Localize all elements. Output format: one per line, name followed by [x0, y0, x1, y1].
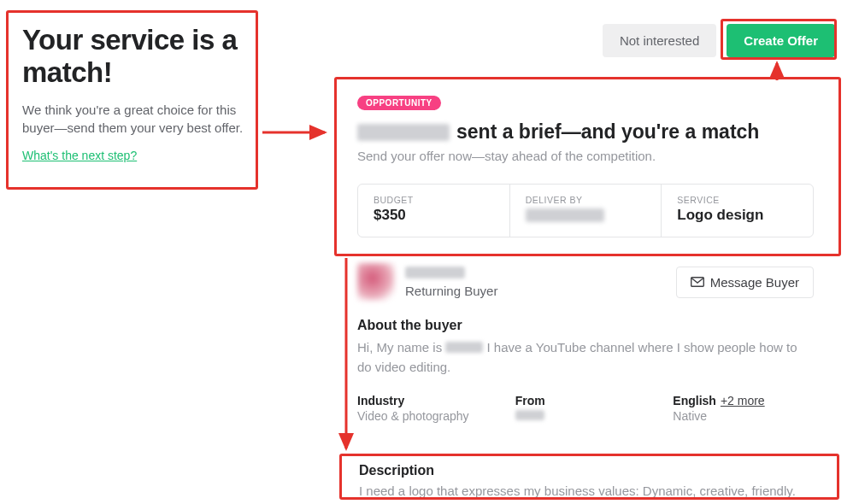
- intro-panel: Your service is a match! We think you're…: [10, 15, 258, 175]
- buyer-name-redacted: [405, 267, 465, 278]
- description-heading: Description: [359, 463, 819, 478]
- about-text: Hi, My name is I have a YouTube channel …: [357, 338, 814, 377]
- service-label: SERVICE: [677, 195, 797, 205]
- opportunity-badge: OPPORTUNITY: [357, 96, 441, 110]
- service-value: Logo design: [677, 207, 797, 224]
- message-buyer-label: Message Buyer: [710, 275, 799, 290]
- page-title: Your service is a match!: [22, 24, 246, 89]
- arrow-icon: [261, 120, 333, 145]
- next-step-link[interactable]: What's the next step?: [22, 149, 137, 162]
- envelope-icon: [691, 275, 704, 290]
- deliver-label: DELIVER BY: [526, 195, 646, 205]
- brief-title-text: sent a brief—and you're a match: [456, 120, 759, 144]
- buyer-row: Returning Buyer Message Buyer: [333, 248, 838, 301]
- intro-subtitle: We think you're a great choice for this …: [22, 101, 246, 137]
- english-value: Native: [673, 409, 814, 423]
- more-languages-link[interactable]: +2 more: [721, 394, 765, 407]
- top-actions: Not interested Create Offer: [603, 24, 835, 57]
- returning-buyer-label: Returning Buyer: [405, 284, 666, 298]
- from-col: From: [515, 394, 656, 423]
- budget-label: BUDGET: [374, 195, 494, 205]
- create-offer-button[interactable]: Create Offer: [727, 24, 835, 57]
- budget-value: $350: [374, 207, 494, 224]
- brief-subtitle: Send your offer now—stay ahead of the co…: [357, 149, 814, 163]
- industry-label: Industry: [357, 394, 498, 407]
- deliver-cell: DELIVER BY: [509, 185, 662, 237]
- from-label: From: [515, 394, 656, 407]
- description-text: I need a logo that expresses my business…: [359, 483, 819, 498]
- buyer-info: Returning Buyer: [405, 267, 666, 298]
- message-buyer-button[interactable]: Message Buyer: [676, 267, 814, 298]
- english-label: English: [673, 394, 716, 407]
- deliver-value-redacted: [526, 208, 604, 222]
- about-prefix: Hi, My name is: [357, 340, 445, 355]
- budget-cell: BUDGET $350: [358, 185, 509, 237]
- detail-panel: OPPORTUNITY sent a brief—and you're a ma…: [333, 77, 838, 423]
- industry-col: Industry Video & photography: [357, 394, 498, 423]
- brief-stats: BUDGET $350 DELIVER BY SERVICE Logo desi…: [357, 184, 814, 237]
- avatar: [357, 263, 395, 301]
- english-col: English +2 more Native: [673, 394, 814, 423]
- not-interested-button[interactable]: Not interested: [603, 24, 716, 57]
- buyer-meta: Industry Video & photography From Englis…: [333, 377, 838, 423]
- about-heading: About the buyer: [357, 318, 814, 333]
- from-value-redacted: [515, 410, 544, 420]
- about-name-redacted: [445, 342, 483, 353]
- industry-value: Video & photography: [357, 409, 498, 423]
- service-cell: SERVICE Logo design: [661, 185, 813, 237]
- description-block: Description I need a logo that expresses…: [340, 456, 838, 504]
- buyer-username-redacted: [357, 124, 450, 141]
- brief-title: sent a brief—and you're a match: [357, 120, 814, 144]
- about-block: About the buyer Hi, My name is I have a …: [333, 301, 838, 377]
